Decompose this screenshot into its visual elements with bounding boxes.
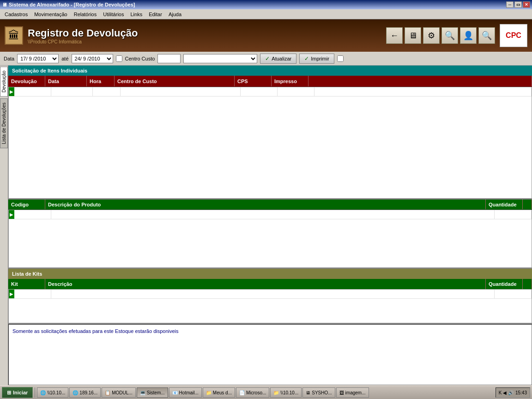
- taskbar-item-3[interactable]: 💻 Sistem...: [137, 387, 168, 398]
- taskbar-item-1-label: 189.16...: [79, 390, 97, 395]
- header-icon-symbol: 🏛: [8, 29, 19, 42]
- upper-cell-data: [51, 87, 93, 96]
- back-button[interactable]: ←: [386, 27, 403, 44]
- menu-ajuda[interactable]: Ajuda: [166, 11, 184, 18]
- taskbar-item-8-icon: 🖥: [306, 390, 310, 395]
- data-label: Data: [4, 56, 14, 61]
- imprimir-button[interactable]: ✓ Imprimir: [299, 54, 334, 64]
- atualizar-button[interactable]: ✓ Atualizar: [260, 54, 296, 64]
- centro-custo-input[interactable]: [157, 54, 181, 63]
- centro-custo-select[interactable]: [183, 54, 257, 63]
- kits-cell-kit: [14, 290, 51, 298]
- middle-row-indicator: ▶: [9, 210, 14, 219]
- atualizar-label: Atualizar: [272, 56, 291, 61]
- imprimir-label: Imprimir: [311, 56, 329, 61]
- taskbar-item-3-label: Sistem...: [147, 390, 165, 395]
- upper-section-title: Solicitação de Itens Individuais: [12, 68, 87, 73]
- taskbar-item-5[interactable]: 📁 Meus d...: [203, 387, 235, 398]
- tab-devolucao[interactable]: Devolução: [0, 66, 8, 97]
- menu-bar: Cadastros Movimentação Relatórios Utilit…: [0, 9, 532, 19]
- taskbar-item-4-label: Hotmail...: [179, 390, 199, 395]
- page-title: Registro de Devolução: [28, 27, 381, 39]
- col-header-data: Data: [45, 76, 87, 86]
- upper-cell-rest: [314, 87, 532, 96]
- upper-table-empty-row: ▶: [9, 87, 532, 97]
- menu-movimentacao[interactable]: Movimentação: [31, 11, 70, 18]
- col-header-kit-desc: Descrição: [45, 279, 486, 289]
- info-box: Somente as solicitações efetuadas para e…: [8, 324, 532, 385]
- taskbar: ⊞ Iniciar 🌐 \\10.10... 🌐 189.16... 📋 MOD…: [0, 385, 532, 399]
- user-button[interactable]: 👤: [460, 27, 477, 44]
- upper-cell-hora: [93, 87, 121, 96]
- settings-button[interactable]: ⚙: [423, 27, 440, 44]
- imprimir-checkbox[interactable]: [337, 55, 344, 62]
- taskbar-item-6-label: Microso...: [246, 390, 266, 395]
- taskbar-item-4[interactable]: 📧 Hotmail...: [169, 387, 202, 398]
- print-check-icon: ✓: [304, 55, 309, 62]
- search-button[interactable]: 🔍: [441, 27, 458, 44]
- col-header-kit-qtd: Quantidade: [486, 279, 523, 289]
- col-header-quantidade: Quantidade: [486, 200, 523, 209]
- start-button[interactable]: ⊞ Iniciar: [2, 387, 33, 398]
- menu-relatorios[interactable]: Relatórios: [71, 11, 100, 18]
- monitor-button[interactable]: 🖥: [405, 27, 421, 44]
- tab-lista-devolucoes[interactable]: Lista de Devoluções: [0, 98, 8, 148]
- taskbar-item-6-icon: 📄: [239, 390, 245, 395]
- menu-links[interactable]: Links: [127, 11, 145, 18]
- upper-cell-devolucao: [14, 87, 51, 96]
- page-subtitle: \\Produto CPC Informática: [28, 39, 381, 44]
- taskbar-item-4-icon: 📧: [172, 390, 178, 395]
- taskbar-tray: K ◀ 🔊 15:43: [496, 387, 530, 398]
- content-panels: Solicitação de Itens Individuais Devoluç…: [8, 66, 532, 385]
- upper-table-body[interactable]: ▶: [8, 87, 532, 199]
- zoom-button[interactable]: 🔍: [478, 27, 495, 44]
- taskbar-item-9-icon: 🖼: [339, 390, 344, 395]
- taskbar-item-2-icon: 📋: [105, 390, 110, 395]
- col-header-impresso: Impresso: [272, 76, 308, 86]
- col-header-cps: CPS: [235, 76, 272, 86]
- minimize-button[interactable]: ─: [506, 1, 514, 8]
- menu-cadastros[interactable]: Cadastros: [2, 11, 30, 18]
- taskbar-item-6[interactable]: 📄 Microso...: [236, 387, 269, 398]
- side-tabs: Devolução Lista de Devoluções: [0, 66, 8, 385]
- taskbar-item-1[interactable]: 🌐 189.16...: [69, 387, 101, 398]
- header-title-block: Registro de Devolução \\Produto CPC Info…: [28, 27, 381, 44]
- col-header-rest: [308, 76, 532, 86]
- middle-table-body[interactable]: ▶: [8, 210, 532, 268]
- kits-title: Lista de Kits: [12, 271, 42, 277]
- upper-cell-cps: [241, 87, 278, 96]
- check-icon: ✓: [265, 55, 270, 62]
- taskbar-item-0[interactable]: 🌐 \\10.10...: [37, 387, 68, 398]
- close-button[interactable]: ✕: [523, 1, 530, 8]
- taskbar-item-1-icon: 🌐: [73, 390, 78, 395]
- col-header-codigo: Codigo: [8, 200, 45, 209]
- col-header-extra: [523, 200, 532, 209]
- row-indicator: ▶: [9, 87, 14, 96]
- kits-cell-qtd: [495, 290, 532, 298]
- col-header-kit: Kit: [8, 279, 45, 289]
- kits-table-header: Kit Descrição Quantidade: [8, 279, 532, 289]
- taskbar-item-9-label: imagem...: [345, 390, 366, 395]
- restore-button[interactable]: ▭: [514, 1, 522, 8]
- centro-custo-checkbox[interactable]: [116, 55, 122, 62]
- windows-icon: ⊞: [7, 390, 11, 396]
- middle-panel: Codigo Descrição do Produto Quantidade ▶: [8, 200, 532, 269]
- window-title: Sistema de Almoxarifado - [Registro de D…: [9, 2, 135, 7]
- taskbar-sep-1: [35, 387, 35, 398]
- taskbar-item-0-icon: 🌐: [40, 390, 46, 395]
- date-to-input[interactable]: 24/ 9 /2010: [72, 54, 113, 63]
- taskbar-item-8[interactable]: 🖥 SYSHO...: [302, 387, 335, 398]
- kits-table-body[interactable]: ▶: [8, 289, 532, 323]
- taskbar-item-8-label: SYSHO...: [312, 390, 332, 395]
- kits-row-indicator: ▶: [9, 290, 14, 298]
- taskbar-item-2[interactable]: 📋 MODUL...: [102, 387, 135, 398]
- date-from-input[interactable]: 17/ 9 /2010: [17, 54, 59, 63]
- col-header-kit-extra: [523, 279, 532, 289]
- toolbar-buttons: ← 🖥 ⚙ 🔍 👤 🔍: [386, 27, 495, 44]
- taskbar-item-9[interactable]: 🖼 imagem...: [336, 387, 369, 398]
- menu-utilitarios[interactable]: Utilitários: [100, 11, 127, 18]
- taskbar-item-7[interactable]: 📁 \\10.10...: [270, 387, 302, 398]
- middle-cell-codigo: [14, 210, 51, 219]
- menu-editar[interactable]: Editar: [146, 11, 165, 18]
- ate-label: até: [61, 56, 68, 61]
